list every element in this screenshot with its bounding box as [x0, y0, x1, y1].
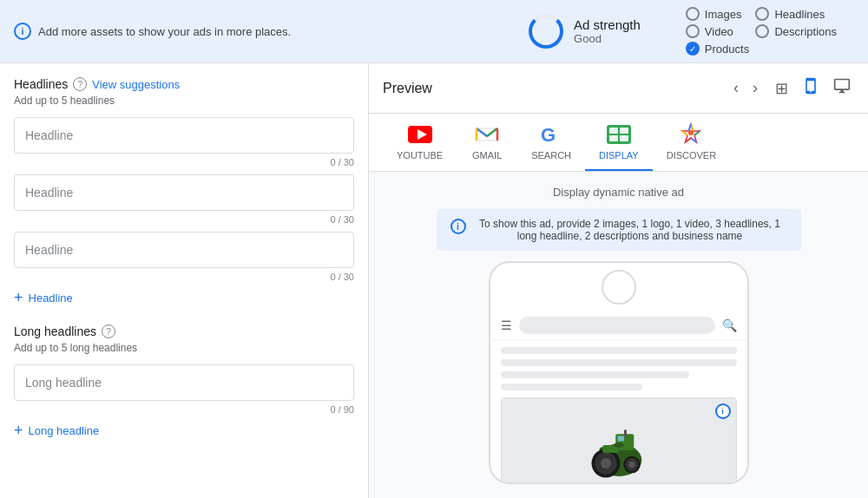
- preview-title: Preview: [383, 81, 720, 96]
- svg-point-21: [614, 442, 624, 448]
- banner-text: Add more assets to show your ads in more…: [38, 25, 291, 38]
- filter-headlines-label: Headlines: [774, 8, 825, 21]
- view-suggestions-link[interactable]: View suggestions: [92, 78, 180, 91]
- long-headlines-title-row: Long headlines ?: [14, 324, 354, 338]
- top-banner: i Add more assets to show your ads in mo…: [0, 0, 868, 63]
- add-long-headline-button[interactable]: + Long headline: [14, 422, 354, 440]
- phone-toolbar: ☰ 🔍: [490, 311, 747, 340]
- search-button[interactable]: 🔍: [722, 318, 737, 332]
- tab-gmail[interactable]: GMAIL: [457, 114, 517, 171]
- headlines-subtitle: Add up to 5 headlines: [14, 95, 354, 107]
- char-count-1: 0 / 30: [14, 157, 354, 167]
- radio-products[interactable]: [686, 42, 700, 56]
- preview-nav: ‹ ›: [730, 75, 761, 101]
- radio-headlines[interactable]: [755, 7, 769, 21]
- ad-strength-section: Ad strength Good: [511, 14, 658, 49]
- youtube-label: YOUTUBE: [397, 150, 443, 161]
- prev-arrow[interactable]: ‹: [730, 75, 742, 101]
- info-icon: i: [14, 23, 31, 40]
- headline-input-1[interactable]: [14, 117, 354, 154]
- discover-icon: [679, 122, 703, 147]
- ad-strength-logo: [529, 14, 563, 49]
- preview-area: Display dynamic native ad i To show this…: [369, 172, 868, 498]
- radio-images[interactable]: [686, 7, 700, 21]
- phone-notch: [602, 270, 636, 305]
- ad-badge: i: [715, 403, 731, 419]
- gmail-label: GMAIL: [472, 150, 502, 161]
- add-headline-button[interactable]: + Headline: [14, 289, 354, 307]
- preview-header: Preview ‹ › ⊞: [369, 63, 868, 114]
- long-headline-input-1[interactable]: [14, 364, 354, 401]
- filter-products[interactable]: Products: [686, 42, 837, 56]
- add-long-headline-label: Long headline: [29, 424, 100, 437]
- address-bar: [519, 317, 715, 334]
- headline-input-3-wrapper: [14, 232, 354, 268]
- content-line-2: [501, 359, 737, 366]
- display-icon: [607, 122, 631, 147]
- channel-tabs: YOUTUBE GMAIL: [369, 114, 868, 172]
- filter-descriptions-label: Descriptions: [774, 25, 837, 38]
- filter-headlines[interactable]: Headlines: [755, 7, 837, 21]
- headlines-section: Headlines ? View suggestions Add up to 5…: [14, 77, 354, 307]
- phone-mockup: ☰ 🔍 i: [489, 261, 749, 484]
- next-arrow[interactable]: ›: [749, 75, 761, 101]
- svg-rect-19: [624, 429, 627, 437]
- headline-input-3[interactable]: [14, 232, 354, 268]
- tab-youtube[interactable]: YOUTUBE: [383, 114, 457, 171]
- svg-point-15: [601, 458, 611, 469]
- filter-descriptions[interactable]: Descriptions: [755, 24, 837, 38]
- char-count-3: 0 / 30: [14, 272, 354, 282]
- asset-filters: Images Headlines Video Descriptions Prod…: [668, 7, 854, 56]
- info-banner: i To show this ad, provide 2 images, 1 l…: [437, 209, 801, 251]
- phone-content: i: [490, 340, 747, 484]
- tab-display[interactable]: DISPLAY: [585, 114, 653, 171]
- info-banner-text: To show this ad, provide 2 images, 1 log…: [473, 218, 787, 242]
- filter-products-label: Products: [705, 43, 749, 56]
- banner-message: i Add more assets to show your ads in mo…: [14, 23, 501, 40]
- content-line-1: [501, 347, 737, 354]
- main-content: Headlines ? View suggestions Add up to 5…: [0, 63, 868, 498]
- svg-rect-6: [609, 135, 618, 141]
- info-banner-icon: i: [450, 219, 466, 234]
- radio-descriptions[interactable]: [755, 24, 769, 38]
- right-panel: Preview ‹ › ⊞: [369, 63, 868, 498]
- long-headline-input-1-wrapper: [14, 364, 354, 401]
- plus-long-icon: +: [14, 422, 23, 440]
- filter-images[interactable]: Images: [686, 7, 742, 21]
- tab-discover[interactable]: DISCOVER: [653, 114, 730, 171]
- display-ad-label: Display dynamic native ad: [553, 186, 684, 199]
- svg-rect-5: [620, 128, 628, 134]
- add-headline-label: Headline: [29, 292, 73, 305]
- headline-input-2-wrapper: [14, 174, 354, 211]
- tab-search[interactable]: G SEARCH: [517, 114, 585, 171]
- long-headlines-section: Long headlines ? Add up to 5 long headli…: [14, 324, 354, 440]
- long-headlines-help-icon[interactable]: ?: [102, 324, 115, 338]
- svg-rect-4: [609, 128, 618, 134]
- headlines-help-icon[interactable]: ?: [73, 77, 87, 91]
- radio-video[interactable]: [686, 24, 700, 38]
- hamburger-icon: ☰: [501, 318, 512, 332]
- filter-video[interactable]: Video: [686, 24, 742, 38]
- youtube-icon: [408, 122, 432, 147]
- ad-strength-text: Ad strength Good: [574, 17, 641, 45]
- long-char-count-1: 0 / 90: [14, 404, 354, 415]
- content-line-3: [501, 371, 690, 378]
- svg-point-18: [628, 462, 635, 469]
- mobile-view-icon[interactable]: [799, 74, 823, 102]
- split-view-icon[interactable]: ⊞: [772, 75, 792, 102]
- headline-input-2[interactable]: [14, 174, 354, 211]
- content-line-4: [501, 383, 642, 390]
- left-panel: Headlines ? View suggestions Add up to 5…: [0, 63, 369, 498]
- char-count-2: 0 / 30: [14, 214, 354, 225]
- long-headlines-title: Long headlines: [14, 324, 96, 338]
- ad-strength-label: Ad strength: [574, 17, 641, 32]
- desktop-view-icon[interactable]: [830, 74, 854, 102]
- search-label: SEARCH: [531, 150, 571, 161]
- svg-text:G: G: [541, 124, 556, 146]
- headline-input-1-wrapper: [14, 117, 354, 154]
- gmail-icon: [475, 122, 499, 147]
- tractor-image: [580, 416, 658, 484]
- plus-icon: +: [14, 289, 23, 307]
- search-icon: G: [539, 122, 563, 147]
- headlines-title-row: Headlines ? View suggestions: [14, 77, 354, 91]
